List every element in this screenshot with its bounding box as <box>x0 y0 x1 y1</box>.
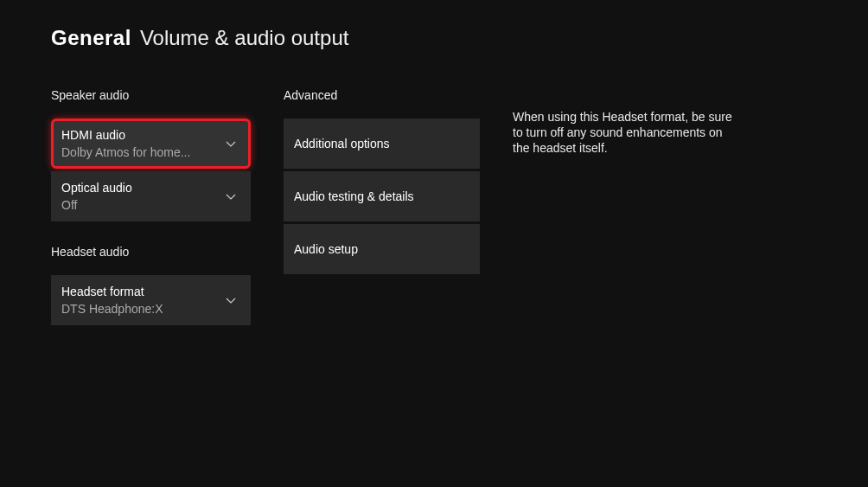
additional-options-button[interactable]: Additional options <box>284 119 480 169</box>
additional-options-label: Additional options <box>294 137 390 151</box>
title-subtitle: Volume & audio output <box>140 26 349 50</box>
optical-audio-dropdown[interactable]: Optical audio Off <box>51 171 251 221</box>
advanced-label: Advanced <box>284 88 480 102</box>
optical-audio-value: Off <box>61 197 132 213</box>
hdmi-audio-title: HDMI audio <box>61 127 190 143</box>
page-title: General Volume & audio output <box>0 0 868 50</box>
audio-testing-button[interactable]: Audio testing & details <box>284 171 480 221</box>
hdmi-audio-dropdown[interactable]: HDMI audio Dolby Atmos for home... <box>51 119 251 169</box>
audio-setup-button[interactable]: Audio setup <box>284 224 480 274</box>
headset-format-dropdown[interactable]: Headset format DTS Headphone:X <box>51 275 251 325</box>
headset-format-value: DTS Headphone:X <box>61 301 163 317</box>
hdmi-audio-value: Dolby Atmos for home... <box>61 144 190 160</box>
optical-audio-title: Optical audio <box>61 180 132 195</box>
headset-format-title: Headset format <box>61 284 163 299</box>
speaker-audio-label: Speaker audio <box>51 88 251 102</box>
chevron-down-icon <box>225 190 237 202</box>
chevron-down-icon <box>225 138 237 150</box>
title-general: General <box>51 26 131 50</box>
headset-audio-label: Headset audio <box>51 245 251 259</box>
help-text: When using this Headset format, be sure … <box>513 109 737 157</box>
audio-setup-label: Audio setup <box>294 242 358 256</box>
audio-testing-label: Audio testing & details <box>294 189 414 203</box>
chevron-down-icon <box>225 294 237 306</box>
